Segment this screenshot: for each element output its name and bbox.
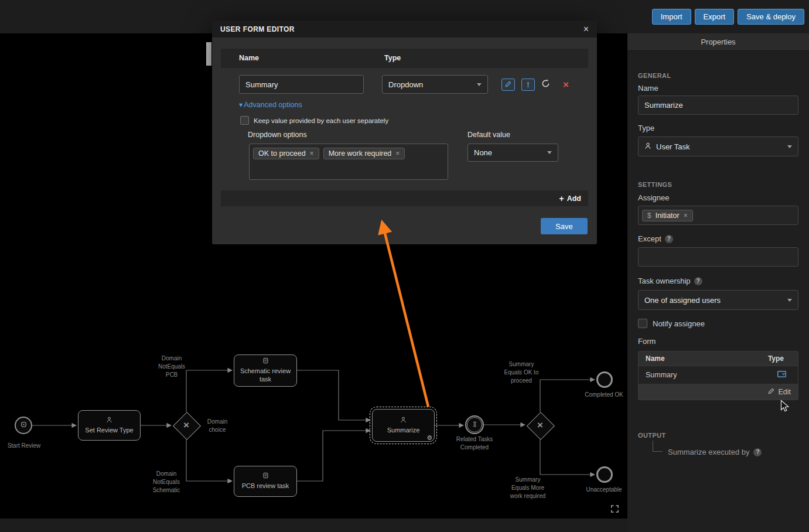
keep-value-checkbox[interactable] — [240, 116, 249, 125]
refresh-icon — [541, 79, 550, 90]
app-root: Import Export Save & deploy — [0, 0, 809, 532]
default-value-select[interactable]: None — [467, 144, 558, 162]
save-button[interactable]: Save — [541, 218, 588, 234]
default-value-text: None — [474, 148, 492, 157]
end-event-completed-ok[interactable] — [596, 371, 613, 388]
task-summarize[interactable]: Summarize ⚙ — [372, 409, 435, 442]
form-table-header: Name Type — [639, 352, 798, 366]
remove-option-icon[interactable]: × — [310, 150, 314, 157]
type-select-value: User Task — [656, 142, 690, 151]
except-input[interactable] — [638, 247, 798, 267]
add-label: Add — [567, 195, 581, 203]
task-label: Schematic review task — [238, 367, 293, 384]
task-schematic-review[interactable]: Schematic review task — [234, 354, 297, 387]
edge-label-domain-ne-schematic: Domain NotEquals Schematic — [148, 470, 185, 495]
task-pcb-review[interactable]: PCB review task — [234, 466, 297, 497]
plus-icon: + — [559, 194, 564, 203]
start-event-icon — [20, 420, 28, 431]
type-select[interactable]: User Task — [638, 137, 798, 156]
properties-panel: Properties GENERAL Name Type User Task S… — [627, 33, 809, 532]
close-icon[interactable]: × — [583, 25, 589, 34]
except-label: Except ? — [638, 234, 798, 243]
task-label: Set Review Type — [85, 427, 133, 435]
chevron-down-icon — [477, 83, 482, 86]
remove-assignee-icon[interactable]: × — [684, 212, 688, 219]
option-chip: More work required × — [323, 148, 405, 159]
help-icon[interactable]: ? — [753, 448, 762, 456]
form-col-name: Name — [646, 354, 665, 363]
panel-title: Properties — [627, 33, 809, 51]
edit-field-button[interactable] — [501, 79, 515, 91]
edge-label-summary-ok: Summary Equals OK to proceed — [503, 360, 540, 385]
modal-table-header: Name Type — [221, 49, 588, 68]
save-deploy-button[interactable]: Save & deploy — [738, 9, 804, 25]
keep-value-row: Keep value provided by each user separat… — [240, 116, 388, 125]
form-field-row[interactable]: Summary — [639, 366, 798, 384]
task-ownership-select[interactable]: One of assigned users — [638, 290, 798, 310]
task-set-review-type[interactable]: Set Review Type — [78, 410, 141, 441]
remove-option-icon[interactable]: × — [395, 150, 400, 157]
settings-section-label: SETTINGS — [638, 181, 798, 188]
user-task-icon — [106, 417, 112, 425]
form-table: Name Type Summary Edit — [638, 351, 798, 400]
topbar: Import Export Save & deploy — [652, 9, 804, 25]
start-event[interactable] — [15, 417, 32, 434]
field-type-select[interactable]: Dropdown — [382, 75, 488, 94]
user-task-icon — [400, 417, 407, 425]
default-value-label: Default value — [467, 131, 510, 139]
field-name-input[interactable] — [239, 75, 364, 94]
palette-fragment — [206, 42, 211, 66]
keep-value-label: Keep value provided by each user separat… — [254, 117, 388, 124]
dropdown-options-input[interactable]: OK to proceed × More work required × — [249, 144, 448, 180]
gear-icon[interactable]: ⚙ — [426, 435, 432, 441]
import-button[interactable]: Import — [652, 9, 691, 25]
task-label: PCB review task — [242, 482, 289, 490]
help-icon[interactable]: ? — [694, 277, 702, 285]
assignee-chip: $ Initiator × — [642, 210, 693, 221]
hourglass-icon — [472, 420, 478, 430]
end-event-unacceptable[interactable] — [596, 466, 613, 483]
form-edit-button[interactable]: Edit — [639, 384, 798, 400]
gateway-label: Domain choice — [204, 418, 231, 434]
fit-viewport-icon[interactable] — [610, 504, 619, 516]
delete-field-button[interactable]: × — [563, 80, 569, 90]
dropdown-options-label: Dropdown options — [248, 131, 307, 139]
add-field-button[interactable]: + Add — [221, 190, 588, 206]
related-tasks-label: Related Tasks Completed — [451, 435, 498, 452]
chevron-down-icon — [787, 145, 792, 148]
exclusive-gateway-icon: × — [531, 416, 549, 435]
related-tasks-event[interactable] — [465, 415, 484, 434]
completed-ok-label: Completed OK — [579, 391, 627, 399]
option-chip: OK to proceed × — [253, 148, 319, 159]
chevron-down-icon — [547, 151, 552, 154]
task-label: Summarize — [387, 427, 420, 435]
option-chip-label: More work required — [329, 149, 392, 158]
export-button[interactable]: Export — [695, 9, 735, 25]
notify-assignee-checkbox[interactable] — [638, 319, 647, 328]
task-icon — [262, 357, 269, 366]
output-tree-line — [653, 441, 663, 452]
task-ownership-value: One of assigned users — [644, 296, 721, 305]
field-type-value: Dropdown — [388, 80, 423, 89]
modal-header: USER FORM EDITOR × — [212, 21, 597, 37]
edge-label-domain-ne-pcb: Domain NotEquals PCB — [155, 354, 189, 379]
validation-button[interactable]: ! — [521, 79, 535, 91]
assignee-chip-label: Initiator — [656, 212, 680, 220]
pencil-icon — [505, 81, 511, 89]
modal-col-type: Type — [384, 54, 401, 62]
edge-label-summary-more: Summary Equals More work required — [508, 476, 547, 500]
event-inner-ring — [467, 417, 482, 432]
exclusive-gateway-icon: × — [177, 416, 196, 435]
output-section-label: OUTPUT — [638, 432, 798, 439]
advanced-options-toggle[interactable]: ▾Advanced options — [239, 100, 302, 109]
assignee-input[interactable]: $ Initiator × — [638, 206, 798, 225]
chevron-down-icon — [787, 299, 792, 302]
panel-title-text: Properties — [701, 37, 735, 46]
reset-button[interactable] — [541, 79, 550, 90]
name-input[interactable] — [638, 96, 798, 115]
edit-pencil-icon — [768, 388, 774, 396]
assignee-label: Assignee — [638, 193, 798, 202]
output-item: Summarize executed by ? — [668, 448, 762, 456]
option-chip-label: OK to proceed — [258, 149, 306, 158]
help-icon[interactable]: ? — [665, 235, 673, 243]
